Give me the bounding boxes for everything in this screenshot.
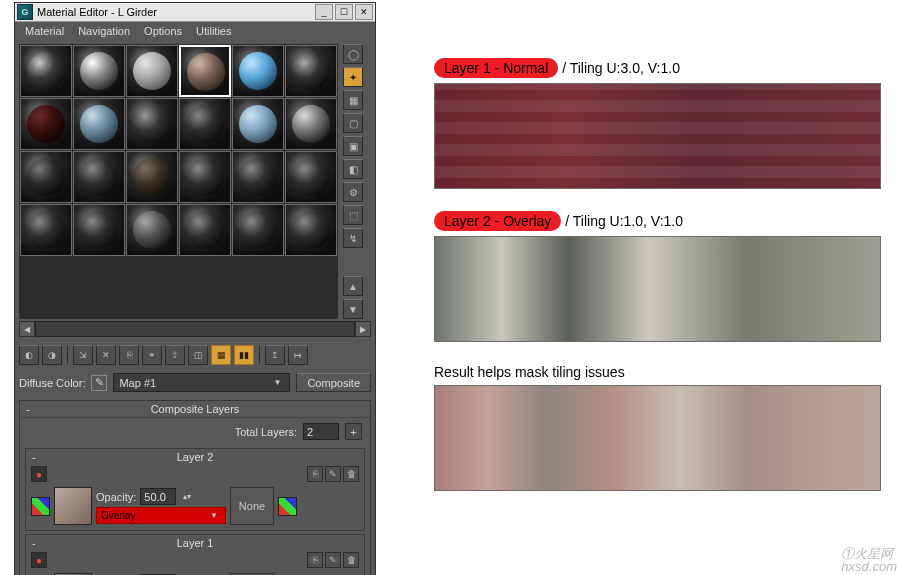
show-end-result-icon[interactable]: ▮▮ [234, 345, 254, 365]
mask-color-correct-icon[interactable] [278, 497, 297, 516]
material-slot[interactable] [20, 204, 72, 256]
material-slot[interactable] [285, 98, 337, 150]
hscroll-left-icon[interactable]: ◀ [19, 321, 35, 337]
eyedropper-icon[interactable]: ✎ [91, 375, 107, 391]
layer-header[interactable]: -Layer 1 [26, 535, 364, 550]
material-slot[interactable] [232, 151, 284, 203]
vscroll-up-icon[interactable]: ▲ [343, 276, 363, 296]
titlebar[interactable]: G Material Editor - L Girder _ ☐ ✕ [15, 3, 375, 22]
reset-map-icon[interactable]: ✕ [96, 345, 116, 365]
material-slot[interactable] [20, 45, 72, 97]
background-icon[interactable]: ▦ [343, 90, 363, 110]
layer-2-panel: -Layer 2 ● ⎘ ✎ 🗑 Opacity:50.0▴▾ Overlay▼… [25, 448, 365, 531]
composite-layers-rollup: -Composite Layers Total Layers: 2 + -Lay… [19, 400, 371, 575]
duplicate-layer-icon[interactable]: ⎘ [307, 466, 323, 482]
side-toolbar: ◯ ✦ ▦ ▢ ▣ ◧ ⚙ ⬚ ↯ ▲ ▼ [343, 44, 363, 319]
material-slot[interactable] [232, 45, 284, 97]
menu-navigation[interactable]: Navigation [78, 25, 130, 37]
collapse-icon[interactable]: - [32, 451, 36, 463]
menu-utilities[interactable]: Utilities [196, 25, 231, 37]
vscroll-down-icon[interactable]: ▼ [343, 299, 363, 319]
maximize-button[interactable]: ☐ [335, 4, 353, 20]
hscroll-track[interactable] [35, 321, 355, 337]
spinner-arrows-icon[interactable]: ▴▾ [180, 492, 194, 501]
duplicate-layer-icon[interactable]: ⎘ [307, 552, 323, 568]
material-slot[interactable] [73, 151, 125, 203]
material-slot[interactable] [285, 204, 337, 256]
material-slot[interactable] [179, 204, 231, 256]
go-to-parent-icon[interactable]: ↥ [265, 345, 285, 365]
material-map-nav-icon[interactable]: ↯ [343, 228, 363, 248]
material-slot[interactable] [232, 98, 284, 150]
make-copy-icon[interactable]: ⎘ [119, 345, 139, 365]
chevron-down-icon[interactable]: ▼ [207, 511, 221, 520]
sample-uv-icon[interactable]: ▢ [343, 113, 363, 133]
texture-thumb-button[interactable] [54, 487, 92, 525]
assign-material-icon[interactable]: ⇲ [73, 345, 93, 365]
map-name-dropdown[interactable]: Map #1▼ [113, 373, 290, 392]
material-slot[interactable] [179, 151, 231, 203]
material-slot[interactable] [73, 45, 125, 97]
rollup-header[interactable]: -Composite Layers [20, 401, 370, 418]
material-slot[interactable] [73, 98, 125, 150]
app-icon: G [17, 4, 33, 20]
put-to-library-icon[interactable]: ⇪ [165, 345, 185, 365]
material-slot[interactable] [232, 204, 284, 256]
material-id-icon[interactable]: ◫ [188, 345, 208, 365]
material-slot[interactable] [20, 98, 72, 150]
visibility-icon[interactable]: ● [31, 466, 47, 482]
material-slot[interactable] [126, 98, 178, 150]
layer-1-panel: -Layer 1 ● ⎘ ✎ 🗑 Opacity:100.0▴▾ Normal▼… [25, 534, 365, 575]
param-row: Diffuse Color: ✎ Map #1▼ Composite [19, 373, 371, 392]
opacity-spinner[interactable]: 50.0 [140, 488, 176, 505]
layer-header[interactable]: -Layer 2 [26, 449, 364, 464]
mask-map-button[interactable]: None [230, 487, 274, 525]
options-icon[interactable]: ⚙ [343, 182, 363, 202]
close-button[interactable]: ✕ [355, 4, 373, 20]
preview-icon[interactable]: ◧ [343, 159, 363, 179]
color-correct-icon[interactable] [31, 497, 50, 516]
show-map-viewport-icon[interactable]: ▦ [211, 345, 231, 365]
material-slot[interactable] [285, 151, 337, 203]
material-slot[interactable] [126, 204, 178, 256]
put-to-scene-icon[interactable]: ◑ [42, 345, 62, 365]
material-slot[interactable] [126, 45, 178, 97]
menu-options[interactable]: Options [144, 25, 182, 37]
hscroll-right-icon[interactable]: ▶ [355, 321, 371, 337]
separator [259, 346, 260, 364]
material-slot[interactable] [126, 151, 178, 203]
result-texture-preview [434, 385, 881, 491]
collapse-icon[interactable]: - [26, 403, 30, 415]
menu-material[interactable]: Material [25, 25, 64, 37]
layer2-suffix: / Tiling U:1.0, V:1.0 [561, 213, 683, 229]
material-slot[interactable] [73, 204, 125, 256]
main-toolbar: ◐ ◑ ⇲ ✕ ⎘ ⚭ ⇪ ◫ ▦ ▮▮ ↥ ↦ [19, 345, 371, 365]
material-editor-window: G Material Editor - L Girder _ ☐ ✕ Mater… [14, 2, 376, 575]
sample-type-icon[interactable]: ◯ [343, 44, 363, 64]
make-unique-icon[interactable]: ⚭ [142, 345, 162, 365]
map-name-value: Map #1 [119, 377, 156, 389]
minimize-button[interactable]: _ [315, 4, 333, 20]
get-material-icon[interactable]: ◐ [19, 345, 39, 365]
chevron-down-icon[interactable]: ▼ [271, 378, 285, 387]
add-layer-button[interactable]: + [345, 423, 362, 440]
map-type-button[interactable]: Composite [296, 373, 371, 392]
video-color-icon[interactable]: ▣ [343, 136, 363, 156]
material-slot[interactable] [285, 45, 337, 97]
go-forward-icon[interactable]: ↦ [288, 345, 308, 365]
collapse-icon[interactable]: - [32, 537, 36, 549]
visibility-icon[interactable]: ● [31, 552, 47, 568]
diffuse-color-label: Diffuse Color: [19, 377, 85, 389]
total-layers-spinner[interactable]: 2 [303, 423, 339, 440]
result-caption: Result helps mask tiling issues [434, 364, 882, 380]
material-slot[interactable] [179, 98, 231, 150]
blend-mode-dropdown[interactable]: Overlay▼ [96, 507, 226, 524]
rename-layer-icon[interactable]: ✎ [325, 466, 341, 482]
delete-layer-icon[interactable]: 🗑 [343, 466, 359, 482]
backlight-icon[interactable]: ✦ [343, 67, 363, 87]
rename-layer-icon[interactable]: ✎ [325, 552, 341, 568]
material-slot-selected[interactable] [179, 45, 231, 97]
material-slot[interactable] [20, 151, 72, 203]
select-by-material-icon[interactable]: ⬚ [343, 205, 363, 225]
delete-layer-icon[interactable]: 🗑 [343, 552, 359, 568]
